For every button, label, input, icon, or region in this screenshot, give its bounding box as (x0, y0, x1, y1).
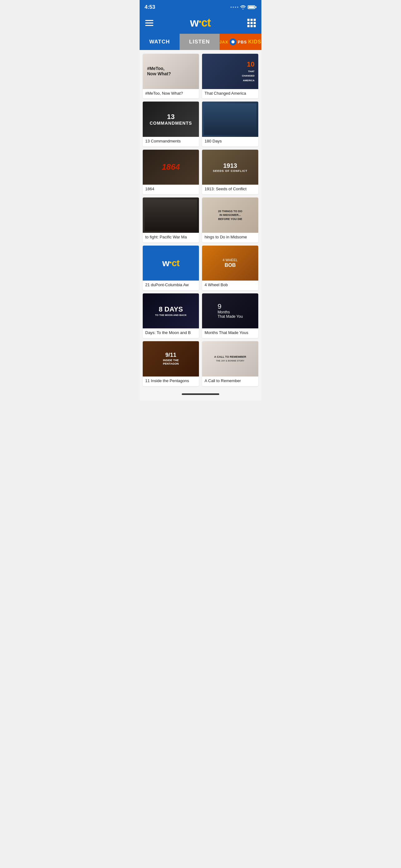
tab-bar: WATCH LISTEN JAX PBS KIDS (140, 34, 261, 50)
show-thumbnail: 9MonthsThat Made You (202, 293, 258, 329)
show-thumbnail: 10THATCHANGEDAMERICA (202, 54, 258, 89)
show-thumbnail: 1864 (143, 150, 199, 185)
show-thumbnail: 8 DAYSTO THE MOON AND BACK (143, 293, 199, 329)
more-menu-icon[interactable] (247, 19, 256, 27)
battery-icon (248, 5, 257, 9)
list-item[interactable]: 13COMMANDMENTS 13 Commandments (143, 101, 199, 146)
pbs-logo (230, 38, 236, 45)
status-bar: 4:53 (140, 0, 261, 14)
show-thumbnail: 9/11INSIDE THEPENTAGON (143, 341, 199, 376)
show-title: 1913: Seeds of Conflict (202, 185, 258, 194)
show-title: #MeToo, Now What? (143, 89, 199, 99)
show-title: 13 Commandments (143, 137, 199, 147)
show-title: That Changed America (202, 89, 258, 99)
list-item[interactable]: 180 Days (202, 101, 258, 146)
list-item[interactable]: 1864 1864 (143, 150, 199, 194)
show-thumbnail (202, 101, 258, 137)
app-logo: wct (190, 16, 210, 29)
show-title: 180 Days (202, 137, 258, 147)
app-header: wct (140, 14, 261, 34)
tab-watch[interactable]: WATCH (140, 34, 179, 50)
list-item[interactable]: 20 THINGS TO DOIN MIDSOMER...BEFORE YOU … (202, 197, 258, 242)
status-icons (231, 5, 257, 9)
list-item[interactable]: wct 21 duPont-Columbia Aw (143, 246, 199, 290)
show-title: 1864 (143, 185, 199, 194)
show-title: 21 duPont-Columbia Aw (143, 281, 199, 290)
show-thumbnail (143, 197, 199, 233)
show-title: 11 Inside the Pentagons (143, 376, 199, 386)
list-item[interactable]: 9/11INSIDE THEPENTAGON 11 Inside the Pen… (143, 341, 199, 386)
hamburger-menu-icon[interactable] (145, 20, 153, 26)
show-title: A Call to Remember (202, 376, 258, 386)
signal-icon (231, 6, 238, 8)
content-area: #MeToo,Now What? #MeToo, Now What? 10THA… (140, 50, 261, 390)
tab-listen[interactable]: LISTEN (179, 34, 220, 50)
show-title: Months That Made Yous (202, 329, 258, 338)
show-thumbnail: 20 THINGS TO DOIN MIDSOMER...BEFORE YOU … (202, 197, 258, 233)
show-thumbnail: 4 WHEELBOB (202, 246, 258, 281)
tab-kids[interactable]: JAX PBS KIDS (220, 34, 261, 50)
show-thumbnail: 1913SEEDS OF CONFLICT (202, 150, 258, 185)
list-item[interactable]: 9MonthsThat Made You Months That Made Yo… (202, 293, 258, 338)
list-item[interactable]: 1913SEEDS OF CONFLICT 1913: Seeds of Con… (202, 150, 258, 194)
home-bar (182, 393, 219, 395)
show-thumbnail: 13COMMANDMENTS (143, 101, 199, 137)
list-item[interactable]: #MeToo,Now What? #MeToo, Now What? (143, 54, 199, 98)
show-thumbnail: A CALL TO REMEMBERTHE JAY & BONNIE STORY (202, 341, 258, 376)
wifi-icon (240, 5, 246, 9)
list-item[interactable]: 8 DAYSTO THE MOON AND BACK Days: To the … (143, 293, 199, 338)
list-item[interactable]: 10THATCHANGEDAMERICA That Changed Americ… (202, 54, 258, 98)
show-title: to fight: Pacific War Ma (143, 233, 199, 243)
show-title: 4 Wheel Bob (202, 281, 258, 290)
show-title: hings to Do in Midsome (202, 233, 258, 243)
list-item[interactable]: to fight: Pacific War Ma (143, 197, 199, 242)
list-item[interactable]: 4 WHEELBOB 4 Wheel Bob (202, 246, 258, 290)
show-title: Days: To the Moon and B (143, 329, 199, 338)
shows-grid: #MeToo,Now What? #MeToo, Now What? 10THA… (143, 54, 258, 386)
show-thumbnail: wct (143, 246, 199, 281)
list-item[interactable]: A CALL TO REMEMBERTHE JAY & BONNIE STORY… (202, 341, 258, 386)
show-thumbnail: #MeToo,Now What? (143, 54, 199, 89)
home-indicator (140, 390, 261, 401)
status-time: 4:53 (144, 4, 155, 10)
